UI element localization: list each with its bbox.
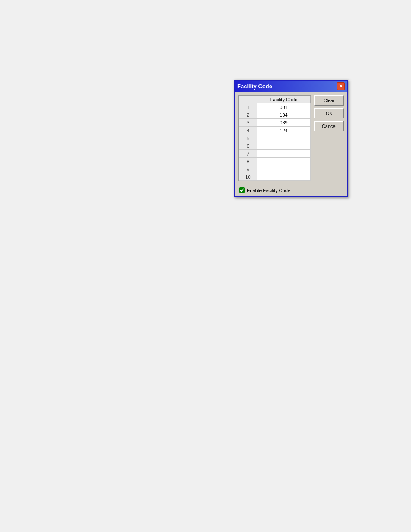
table-cell-facility-code[interactable]: 001 [257,103,310,111]
table-cell-row-num: 3 [239,119,257,127]
clear-button[interactable]: Clear [314,95,344,106]
table-cell-facility-code[interactable] [257,158,310,165]
buttons-area: Clear OK Cancel [314,95,344,181]
facility-code-table: Facility Code 10012104308941245678910 [239,96,311,181]
table-cell-facility-code[interactable] [257,142,310,150]
table-cell-facility-code[interactable] [257,165,310,173]
table-cell-row-num: 6 [239,142,257,150]
enable-facility-code-checkbox[interactable] [239,187,245,193]
table-cell-row-num: 8 [239,158,257,165]
dialog-titlebar: Facility Code ✕ [235,81,347,92]
table-cell-row-num: 9 [239,165,257,173]
table-cell-row-num: 4 [239,127,257,134]
dialog-title: Facility Code [237,83,272,90]
table-cell-row-num: 10 [239,173,257,181]
dialog-body: Facility Code 10012104308941245678910 Cl… [235,92,347,185]
table-cell-facility-code[interactable] [257,173,310,181]
facility-code-table-area: Facility Code 10012104308941245678910 [238,95,311,181]
enable-facility-code-label[interactable]: Enable Facility Code [247,188,290,193]
table-row: 6 [239,142,311,150]
table-cell-row-num: 2 [239,111,257,119]
table-cell-facility-code[interactable] [257,150,310,158]
table-row: 4124 [239,127,311,134]
table-cell-row-num: 1 [239,103,257,111]
ok-button[interactable]: OK [314,108,344,118]
table-row: 1001 [239,103,311,111]
facility-code-dialog: Facility Code ✕ Facility Code 1001210430… [234,80,348,197]
table-cell-facility-code[interactable]: 104 [257,111,310,119]
table-row: 2104 [239,111,311,119]
table-header-facility-code: Facility Code [257,96,310,103]
table-cell-row-num: 5 [239,134,257,142]
table-row: 9 [239,165,311,173]
close-button[interactable]: ✕ [337,82,345,90]
table-cell-row-num: 7 [239,150,257,158]
table-row: 3089 [239,119,311,127]
table-row: 10 [239,173,311,181]
table-cell-facility-code[interactable]: 089 [257,119,310,127]
table-row: 8 [239,158,311,165]
table-header-num [239,96,257,103]
dialog-footer: Enable Facility Code [235,185,347,196]
table-cell-facility-code[interactable] [257,134,310,142]
table-row: 7 [239,150,311,158]
table-cell-facility-code[interactable]: 124 [257,127,310,134]
cancel-button[interactable]: Cancel [314,121,344,131]
table-row: 5 [239,134,311,142]
